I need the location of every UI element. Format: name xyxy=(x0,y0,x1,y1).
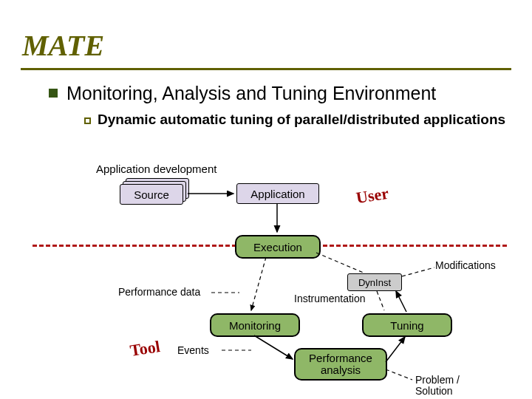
problem-line1: Problem / xyxy=(415,374,460,386)
performance-analysis-box: Performance analysis xyxy=(294,348,387,381)
svg-line-5 xyxy=(251,257,266,310)
svg-line-10 xyxy=(386,369,412,380)
bullet1-text: Monitoring, Analysis and Tuning Environm… xyxy=(66,83,436,104)
app-dev-label: Application development xyxy=(96,163,216,175)
perf-analysis-line2: analysis xyxy=(321,364,361,377)
svg-line-8 xyxy=(254,335,293,359)
tool-label: Tool xyxy=(129,337,161,361)
dyninst-box: DynInst xyxy=(347,273,402,291)
monitoring-box: Monitoring xyxy=(210,313,300,337)
svg-line-2 xyxy=(316,253,365,273)
title-rule xyxy=(21,68,511,70)
instrumentation-label: Instrumentation xyxy=(294,293,366,304)
svg-line-3 xyxy=(402,267,434,276)
bullet2-text: Dynamic automatic tuning of parallel/dis… xyxy=(98,111,505,129)
application-box: Application xyxy=(236,183,319,204)
divider-left xyxy=(33,245,236,247)
svg-line-9 xyxy=(386,337,405,362)
performance-data-label: Performance data xyxy=(118,286,200,298)
divider-right xyxy=(316,245,507,247)
modifications-label: Modifications xyxy=(435,259,496,271)
svg-line-11 xyxy=(396,291,406,312)
execution-box: Execution xyxy=(235,235,321,259)
source-box: Source xyxy=(120,184,183,205)
problem-line2: Solution xyxy=(415,385,453,397)
problem-solution-label: Problem / Solution xyxy=(415,375,460,398)
tuning-box: Tuning xyxy=(362,313,452,337)
slide-title: MATE xyxy=(22,28,104,63)
perf-analysis-line1: Performance xyxy=(309,352,372,365)
user-label: User xyxy=(355,184,390,208)
bullet-square-icon xyxy=(49,89,58,98)
svg-line-6 xyxy=(377,291,384,310)
bullet-hollow-square-icon xyxy=(84,117,91,124)
events-label: Events xyxy=(177,344,209,356)
